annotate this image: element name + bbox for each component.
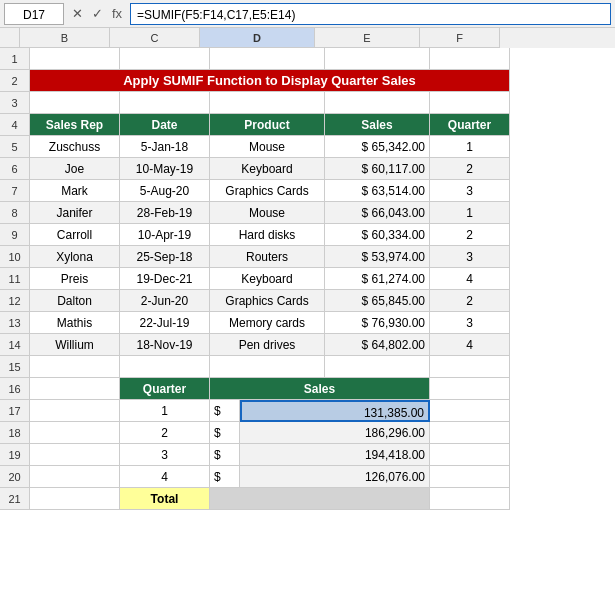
cell-f18[interactable] [430, 422, 510, 444]
cell-f1[interactable] [430, 48, 510, 70]
cell-e14[interactable]: $ 64,802.00 [325, 334, 430, 356]
cell-c6[interactable]: 10-May-19 [120, 158, 210, 180]
col-header-c[interactable]: C [110, 28, 200, 48]
cell-f14[interactable]: 4 [430, 334, 510, 356]
cell-c8[interactable]: 28-Feb-19 [120, 202, 210, 224]
cell-f15[interactable] [430, 356, 510, 378]
cell-f16[interactable] [430, 378, 510, 400]
summary-dollar-20[interactable]: $ [210, 466, 240, 488]
summary-value-18[interactable]: 186,296.00 [240, 422, 430, 444]
cell-c11[interactable]: 19-Dec-21 [120, 268, 210, 290]
cell-b14[interactable]: Willium [30, 334, 120, 356]
cell-d10[interactable]: Routers [210, 246, 325, 268]
cell-f17[interactable] [430, 400, 510, 422]
summary-quarter-17[interactable]: 1 [120, 400, 210, 422]
cell-c14[interactable]: 18-Nov-19 [120, 334, 210, 356]
cell-d14[interactable]: Pen drives [210, 334, 325, 356]
cell-f7[interactable]: 3 [430, 180, 510, 202]
total-label[interactable]: Total [120, 488, 210, 510]
cell-b16[interactable] [30, 378, 120, 400]
fx-icon[interactable]: fx [108, 5, 126, 23]
cell-b5[interactable]: Zuschuss [30, 136, 120, 158]
summary-value-19[interactable]: 194,418.00 [240, 444, 430, 466]
cell-b9[interactable]: Carroll [30, 224, 120, 246]
cell-b17[interactable] [30, 400, 120, 422]
cell-f9[interactable]: 2 [430, 224, 510, 246]
header-date[interactable]: Date [120, 114, 210, 136]
cell-b7[interactable]: Mark [30, 180, 120, 202]
cell-f21[interactable] [430, 488, 510, 510]
summary-header-quarter[interactable]: Quarter [120, 378, 210, 400]
cell-b6[interactable]: Joe [30, 158, 120, 180]
cell-b18[interactable] [30, 422, 120, 444]
cell-d15[interactable] [210, 356, 325, 378]
cell-b15[interactable] [30, 356, 120, 378]
cell-f19[interactable] [430, 444, 510, 466]
cell-e5[interactable]: $ 65,342.00 [325, 136, 430, 158]
cancel-icon[interactable]: ✕ [68, 5, 86, 23]
cell-e9[interactable]: $ 60,334.00 [325, 224, 430, 246]
header-sales[interactable]: Sales [325, 114, 430, 136]
cell-f5[interactable]: 1 [430, 136, 510, 158]
cell-f12[interactable]: 2 [430, 290, 510, 312]
cell-d8[interactable]: Mouse [210, 202, 325, 224]
cell-reference-box[interactable]: D17 [4, 3, 64, 25]
cell-e11[interactable]: $ 61,274.00 [325, 268, 430, 290]
cell-d6[interactable]: Keyboard [210, 158, 325, 180]
formula-input[interactable]: =SUMIF(F5:F14,C17,E5:E14) [130, 3, 611, 25]
cell-c9[interactable]: 10-Apr-19 [120, 224, 210, 246]
cell-c7[interactable]: 5-Aug-20 [120, 180, 210, 202]
summary-quarter-18[interactable]: 2 [120, 422, 210, 444]
cell-e13[interactable]: $ 76,930.00 [325, 312, 430, 334]
cell-d9[interactable]: Hard disks [210, 224, 325, 246]
cell-b3[interactable] [30, 92, 120, 114]
header-quarter[interactable]: Quarter [430, 114, 510, 136]
summary-dollar-19[interactable]: $ [210, 444, 240, 466]
cell-d3[interactable] [210, 92, 325, 114]
cell-f10[interactable]: 3 [430, 246, 510, 268]
cell-e1[interactable] [325, 48, 430, 70]
confirm-icon[interactable]: ✓ [88, 5, 106, 23]
cell-c3[interactable] [120, 92, 210, 114]
cell-e6[interactable]: $ 60,117.00 [325, 158, 430, 180]
cell-d7[interactable]: Graphics Cards [210, 180, 325, 202]
cell-d1[interactable] [210, 48, 325, 70]
cell-b10[interactable]: Xylona [30, 246, 120, 268]
cell-b13[interactable]: Mathis [30, 312, 120, 334]
summary-dollar-18[interactable]: $ [210, 422, 240, 444]
total-value[interactable] [210, 488, 430, 510]
cell-c15[interactable] [120, 356, 210, 378]
cell-f20[interactable] [430, 466, 510, 488]
cell-b11[interactable]: Preis [30, 268, 120, 290]
cell-e10[interactable]: $ 53,974.00 [325, 246, 430, 268]
cell-b19[interactable] [30, 444, 120, 466]
summary-dollar-17[interactable]: $ [210, 400, 240, 422]
cell-d5[interactable]: Mouse [210, 136, 325, 158]
cell-f6[interactable]: 2 [430, 158, 510, 180]
cell-e7[interactable]: $ 63,514.00 [325, 180, 430, 202]
cell-b12[interactable]: Dalton [30, 290, 120, 312]
cell-b8[interactable]: Janifer [30, 202, 120, 224]
cell-e12[interactable]: $ 65,845.00 [325, 290, 430, 312]
cell-b1[interactable] [30, 48, 120, 70]
cell-b2-title[interactable]: Apply SUMIF Function to Display Quarter … [30, 70, 510, 92]
col-header-d[interactable]: D [200, 28, 315, 48]
cell-c10[interactable]: 25-Sep-18 [120, 246, 210, 268]
cell-c13[interactable]: 22-Jul-19 [120, 312, 210, 334]
cell-f11[interactable]: 4 [430, 268, 510, 290]
header-sales-rep[interactable]: Sales Rep [30, 114, 120, 136]
cell-c12[interactable]: 2-Jun-20 [120, 290, 210, 312]
summary-quarter-20[interactable]: 4 [120, 466, 210, 488]
cell-e8[interactable]: $ 66,043.00 [325, 202, 430, 224]
cell-f13[interactable]: 3 [430, 312, 510, 334]
col-header-e[interactable]: E [315, 28, 420, 48]
cell-d12[interactable]: Graphics Cards [210, 290, 325, 312]
cell-b20[interactable] [30, 466, 120, 488]
col-header-b[interactable]: B [20, 28, 110, 48]
header-product[interactable]: Product [210, 114, 325, 136]
summary-value-20[interactable]: 126,076.00 [240, 466, 430, 488]
summary-header-sales[interactable]: Sales [210, 378, 430, 400]
cell-e3[interactable] [325, 92, 430, 114]
cell-e15[interactable] [325, 356, 430, 378]
cell-d11[interactable]: Keyboard [210, 268, 325, 290]
